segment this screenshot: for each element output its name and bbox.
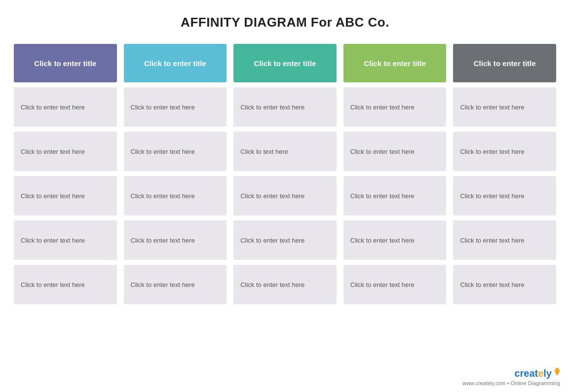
- svg-rect-1: [556, 373, 559, 375]
- card-4-4[interactable]: Click to enter text here: [343, 220, 447, 260]
- col-header-2[interactable]: Click to enter title: [124, 44, 227, 82]
- card-4-1[interactable]: Click to enter text here: [343, 87, 447, 127]
- svg-point-0: [555, 368, 560, 374]
- card-2-4[interactable]: Click to enter text here: [124, 220, 227, 260]
- card-5-1[interactable]: Click to enter text here: [453, 87, 556, 127]
- col-header-3[interactable]: Click to enter title: [233, 44, 337, 82]
- card-2-3[interactable]: Click to enter text here: [124, 176, 227, 215]
- card-5-3[interactable]: Click to enter text here: [453, 176, 556, 215]
- card-3-5[interactable]: Click to enter text here: [233, 265, 337, 304]
- card-3-4[interactable]: Click to enter text here: [233, 220, 337, 260]
- card-1-3[interactable]: Click to enter text here: [14, 176, 117, 215]
- card-2-2[interactable]: Click to enter text here: [124, 132, 227, 171]
- column-1: Click to enter titleClick to enter text …: [14, 44, 117, 304]
- footer-url: www.creately.com • Online Diagramming: [462, 380, 560, 386]
- card-4-5[interactable]: Click to enter text here: [343, 265, 447, 304]
- diagram-grid: Click to enter titleClick to enter text …: [14, 44, 556, 304]
- column-2: Click to enter titleClick to enter text …: [124, 44, 227, 304]
- logo-text: creately: [514, 368, 552, 379]
- column-3: Click to enter titleClick to enter text …: [233, 44, 337, 304]
- page-wrapper: AFFINITY DIAGRAM For ABC Co. Click to en…: [0, 0, 570, 392]
- footer: creately www.creately.com • Online Diagr…: [462, 367, 560, 386]
- card-5-2[interactable]: Click to enter text here: [453, 132, 556, 171]
- card-2-1[interactable]: Click to enter text here: [124, 87, 227, 127]
- col-header-5[interactable]: Click to enter title: [453, 44, 556, 82]
- card-4-2[interactable]: Click to enter text here: [343, 132, 447, 171]
- card-3-1[interactable]: Click to enter text here: [233, 87, 337, 127]
- card-5-4[interactable]: Click to enter text here: [453, 220, 556, 260]
- page-title: AFFINITY DIAGRAM For ABC Co.: [181, 15, 389, 30]
- card-1-1[interactable]: Click to enter text here: [14, 87, 117, 127]
- card-4-3[interactable]: Click to enter text here: [343, 176, 447, 215]
- card-3-3[interactable]: Click to enter text here: [233, 176, 337, 215]
- footer-logo: creately: [514, 367, 560, 379]
- card-1-5[interactable]: Click to enter text here: [14, 265, 117, 304]
- svg-rect-2: [556, 375, 558, 376]
- card-3-2[interactable]: Click to text here: [233, 132, 337, 171]
- bulb-icon: [554, 367, 560, 377]
- card-1-2[interactable]: Click to enter text here: [14, 132, 117, 171]
- column-4: Click to enter titleClick to enter text …: [343, 44, 447, 304]
- card-1-4[interactable]: Click to enter text here: [14, 220, 117, 260]
- card-5-5[interactable]: Click to enter text here: [453, 265, 556, 304]
- column-5: Click to enter titleClick to enter text …: [453, 44, 556, 304]
- col-header-4[interactable]: Click to enter title: [343, 44, 447, 82]
- card-2-5[interactable]: Click to enter text here: [124, 265, 227, 304]
- col-header-1[interactable]: Click to enter title: [14, 44, 117, 82]
